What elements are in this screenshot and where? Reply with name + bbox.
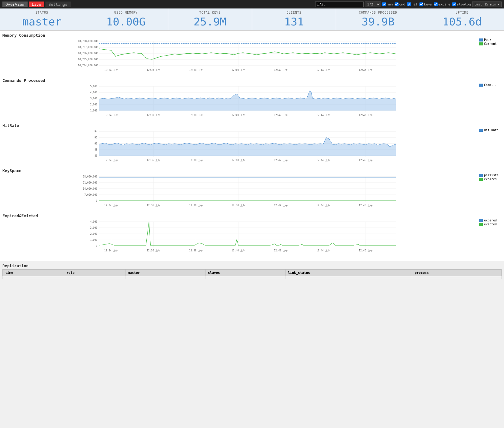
svg-text:12:44 上午: 12:44 上午 bbox=[316, 114, 330, 117]
svg-text:12:42 上午: 12:42 上午 bbox=[274, 249, 288, 252]
check-hit[interactable]: hit bbox=[407, 2, 418, 6]
legend-hitrate: Hit Rate bbox=[479, 128, 502, 132]
table-header-row: time role master slaves link_status proc… bbox=[3, 270, 502, 276]
settings-button[interactable]: Settings bbox=[45, 2, 71, 7]
check-slowlog[interactable]: slowlog bbox=[452, 2, 471, 6]
stats-row: STATUS master USED MEMORY 10.00G TOTAL K… bbox=[0, 8, 504, 31]
svg-text:0: 0 bbox=[96, 245, 98, 247]
legend-expired-color bbox=[479, 219, 483, 222]
check-cmd[interactable]: cmd bbox=[395, 2, 405, 6]
memory-chart-container: 10,738,000,000 10,737,000,000 10,736,000… bbox=[2, 38, 502, 75]
legend-hitrate-label: Hit Rate bbox=[484, 128, 499, 132]
stat-clients-value: 131 bbox=[253, 15, 335, 28]
keyspace-chart-area: 28,000,000 21,000,000 14,000,000 7,000,0… bbox=[2, 174, 477, 210]
svg-text:94: 94 bbox=[95, 130, 98, 133]
svg-text:92: 92 bbox=[95, 136, 98, 139]
svg-text:4,000: 4,000 bbox=[90, 91, 97, 94]
svg-text:12:42 上午: 12:42 上午 bbox=[274, 159, 288, 162]
time-filter[interactable]: last 15 min ▾ bbox=[472, 2, 502, 7]
commands-chart-section: Commands Processed 5,000 4,000 3,000 2,0… bbox=[0, 78, 504, 120]
keyspace-chart-svg: 28,000,000 21,000,000 14,000,000 7,000,0… bbox=[2, 174, 477, 210]
legend-expired: expired bbox=[479, 219, 502, 222]
legend-current-label: Current bbox=[484, 42, 497, 45]
svg-text:12:46 上午: 12:46 上午 bbox=[359, 249, 372, 252]
hitrate-chart-section: HitRate 94 92 90 88 86 12:34 上午 12:36 上午… bbox=[0, 123, 504, 165]
legend-evicted-color bbox=[479, 223, 483, 226]
filter-checks: mem cmd hit keys expire slowlog bbox=[382, 2, 471, 6]
svg-text:12:38 上午: 12:38 上午 bbox=[189, 204, 203, 207]
replication-title: Replication bbox=[2, 264, 502, 268]
live-button[interactable]: Live bbox=[29, 2, 44, 7]
svg-text:12:40 上午: 12:40 上午 bbox=[232, 249, 245, 252]
svg-text:90: 90 bbox=[95, 142, 98, 145]
svg-text:12:44 上午: 12:44 上午 bbox=[316, 69, 330, 71]
keyspace-legend: persists expires bbox=[477, 174, 502, 181]
col-link-status: link_status bbox=[285, 270, 412, 276]
svg-text:2,000: 2,000 bbox=[90, 233, 97, 235]
stat-memory: USED MEMORY 10.00G bbox=[84, 8, 168, 30]
legend-expires-label: expires bbox=[484, 178, 497, 181]
svg-text:12:42 上午: 12:42 上午 bbox=[274, 204, 288, 207]
svg-text:86: 86 bbox=[95, 154, 98, 157]
svg-text:10,737,000,000: 10,737,000,000 bbox=[78, 46, 98, 49]
svg-marker-49 bbox=[99, 91, 396, 111]
svg-text:12:44 上午: 12:44 上午 bbox=[316, 159, 330, 162]
legend-peak-label: Peak bbox=[484, 38, 491, 41]
hitrate-chart-svg: 94 92 90 88 86 12:34 上午 12:36 上午 12:38 上… bbox=[2, 128, 477, 165]
keyspace-chart-section: KeySpace 28,000,000 21,000,000 14,000,00… bbox=[0, 168, 504, 210]
svg-text:5,000: 5,000 bbox=[90, 85, 97, 88]
check-keys[interactable]: keys bbox=[419, 2, 432, 6]
expired-chart-svg: 4,000 3,000 2,000 1,000 0 12:34 上午 12:36… bbox=[2, 219, 477, 255]
check-mem[interactable]: mem bbox=[382, 2, 393, 6]
stat-commands-label: COMMANDS PROCESSED bbox=[337, 11, 419, 14]
memory-legend: Peak Current bbox=[477, 38, 502, 46]
expired-legend: expired evicted bbox=[477, 219, 502, 227]
table-row bbox=[3, 276, 502, 279]
expired-chart-area: 4,000 3,000 2,000 1,000 0 12:34 上午 12:36… bbox=[2, 219, 477, 255]
legend-persists-color bbox=[479, 174, 483, 177]
hitrate-chart-container: 94 92 90 88 86 12:34 上午 12:36 上午 12:38 上… bbox=[2, 128, 502, 165]
legend-comm-color bbox=[479, 84, 483, 87]
svg-text:12:38 上午: 12:38 上午 bbox=[189, 69, 203, 71]
svg-text:10,738,000,000: 10,738,000,000 bbox=[78, 40, 98, 43]
navbar: OverView Live Settings 172. mem cmd hit … bbox=[0, 0, 504, 8]
stat-commands: COMMANDS PROCESSED 39.9B bbox=[336, 8, 420, 30]
svg-text:12:34 上午: 12:34 上午 bbox=[104, 204, 118, 207]
stat-memory-value: 10.00G bbox=[85, 15, 166, 28]
search-input[interactable] bbox=[315, 2, 364, 7]
svg-text:12:44 上午: 12:44 上午 bbox=[316, 249, 330, 252]
svg-text:12:40 上午: 12:40 上午 bbox=[232, 114, 245, 117]
svg-text:21,000,000: 21,000,000 bbox=[83, 181, 97, 184]
col-process: process bbox=[412, 270, 502, 276]
svg-text:12:36 上午: 12:36 上午 bbox=[147, 114, 160, 117]
svg-text:2,000: 2,000 bbox=[90, 103, 97, 106]
col-role: role bbox=[64, 270, 125, 276]
memory-chart-svg: 10,738,000,000 10,737,000,000 10,736,000… bbox=[2, 38, 477, 75]
svg-text:10,735,000,000: 10,735,000,000 bbox=[78, 58, 98, 61]
server-dropdown[interactable]: 172. bbox=[365, 2, 381, 7]
svg-text:7,000,000: 7,000,000 bbox=[84, 194, 98, 196]
svg-text:3,000: 3,000 bbox=[90, 227, 97, 229]
legend-peak-color bbox=[479, 38, 483, 41]
keyspace-chart-container: 28,000,000 21,000,000 14,000,000 7,000,0… bbox=[2, 174, 502, 210]
expired-chart-title: Expired&Evicted bbox=[2, 214, 502, 218]
legend-comm: Comm... bbox=[479, 83, 502, 87]
stat-clients: CLIENTS 131 bbox=[252, 8, 336, 30]
replication-section: Replication time role master slaves link… bbox=[0, 261, 504, 281]
stat-keys-label: TOTAL KEYS bbox=[169, 11, 251, 14]
hitrate-legend: Hit Rate bbox=[477, 128, 502, 132]
expired-chart-section: Expired&Evicted 4,000 3,000 2,000 1,000 … bbox=[0, 214, 504, 255]
commands-chart-area: 5,000 4,000 3,000 2,000 1,000 12:34 上午 1… bbox=[2, 83, 477, 120]
commands-chart-svg: 5,000 4,000 3,000 2,000 1,000 12:34 上午 1… bbox=[2, 83, 477, 120]
memory-chart-area: 10,738,000,000 10,737,000,000 10,736,000… bbox=[2, 38, 477, 75]
overview-button[interactable]: OverView bbox=[2, 2, 28, 7]
legend-current-color bbox=[479, 42, 483, 45]
expired-chart-container: 4,000 3,000 2,000 1,000 0 12:34 上午 12:36… bbox=[2, 219, 502, 255]
legend-evicted: evicted bbox=[479, 223, 502, 226]
legend-expires: expires bbox=[479, 178, 502, 181]
svg-text:12:42 上午: 12:42 上午 bbox=[274, 69, 288, 71]
svg-text:12:36 上午: 12:36 上午 bbox=[147, 249, 160, 252]
replication-table: time role master slaves link_status proc… bbox=[2, 269, 502, 279]
check-expire[interactable]: expire bbox=[434, 2, 450, 6]
stat-commands-value: 39.9B bbox=[337, 15, 419, 28]
